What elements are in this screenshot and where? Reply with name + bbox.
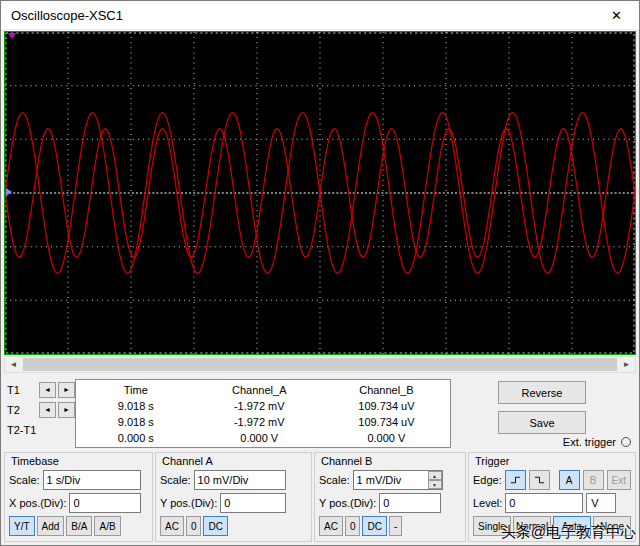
yt-mode-button[interactable]: Y/T: [9, 516, 35, 536]
timebase-xpos-input[interactable]: [69, 493, 141, 513]
left-arrow-icon: ◄: [44, 406, 51, 413]
channel-a-ypos-input[interactable]: [220, 493, 286, 513]
cursor-controls: T1 ◄ ► T2 ◄ ► T2-T1: [7, 379, 75, 448]
timebase-scale-label: Scale:: [9, 474, 40, 486]
channel-a-panel: Channel A Scale: Y pos.(Div): AC 0 DC: [155, 452, 312, 542]
spin-up-icon[interactable]: ▲: [428, 471, 442, 480]
right-arrow-icon: ►: [623, 360, 631, 369]
trigger-source-ext-button[interactable]: Ext: [607, 470, 631, 490]
channel-a-scale-label: Scale:: [160, 474, 191, 486]
scope-display: [4, 31, 636, 355]
diff-channel-b-value: 0.000 V: [323, 432, 450, 444]
timebase-xpos-label: X pos.(Div):: [9, 497, 66, 509]
channel-b-panel: Channel B Scale: ▲ ▼ Y pos.(Div): AC 0 D…: [314, 452, 466, 542]
scroll-right-button[interactable]: ►: [618, 357, 635, 372]
channel-a-title: Channel A: [162, 455, 307, 467]
trigger-edge-label: Edge:: [473, 474, 502, 486]
rising-edge-icon: [510, 474, 521, 486]
t1-time-value: 9.018 s: [76, 400, 196, 412]
spin-down-icon[interactable]: ▼: [428, 480, 442, 489]
timebase-panel: Timebase Scale: X pos.(Div): Y/T Add B/A…: [4, 452, 153, 542]
window-title: Oscilloscope-XSC1: [11, 8, 123, 23]
measurement-panel: T1 ◄ ► T2 ◄ ► T2-T1 Time Channel_A Chann…: [1, 374, 639, 450]
falling-edge-button[interactable]: [529, 470, 550, 490]
cursor-t2-row: T2 ◄ ►: [7, 401, 75, 418]
channel-b-scale-spinbox: ▲ ▼: [353, 470, 443, 490]
trigger-source-b-button[interactable]: B: [583, 470, 604, 490]
readout-row-diff: 0.000 s 0.000 V 0.000 V: [76, 430, 450, 445]
rising-edge-button[interactable]: [505, 470, 526, 490]
cursor-t1-row: T1 ◄ ►: [7, 381, 75, 398]
channel-b-title: Channel B: [321, 455, 461, 467]
trigger-title: Trigger: [475, 455, 631, 467]
trigger-level-unit[interactable]: V: [586, 493, 616, 513]
ab-mode-button[interactable]: A/B: [94, 516, 120, 536]
channel-b-invert-button[interactable]: -: [389, 516, 402, 536]
titlebar: Oscilloscope-XSC1 ✕: [1, 1, 639, 29]
readout-header-row: Time Channel_A Channel_B: [76, 382, 450, 397]
readout-row-t1: 9.018 s -1.972 mV 109.734 uV: [76, 398, 450, 413]
channel-a-scale-input[interactable]: [194, 470, 286, 490]
t2-time-value: 9.018 s: [76, 416, 196, 428]
channel-b-scale-label: Scale:: [319, 474, 350, 486]
t1-channel-b-value: 109.734 uV: [323, 400, 450, 412]
timebase-scale-input[interactable]: [43, 470, 141, 490]
channel-b-scale-input[interactable]: [354, 471, 428, 489]
measurement-readout-table: Time Channel_A Channel_B 9.018 s -1.972 …: [75, 379, 451, 448]
horizontal-scrollbar[interactable]: ◄ ►: [4, 356, 636, 373]
t1-channel-a-value: -1.972 mV: [196, 400, 323, 412]
column-header-channel-b: Channel_B: [323, 384, 450, 396]
close-icon: ✕: [611, 8, 622, 23]
trigger-level-input[interactable]: [505, 493, 583, 513]
scrollbar-thumb[interactable]: [23, 358, 617, 371]
t1-label: T1: [7, 384, 37, 396]
ext-trigger-terminal-icon[interactable]: [621, 437, 631, 447]
t1-left-button[interactable]: ◄: [39, 382, 56, 398]
t2-right-button[interactable]: ►: [58, 402, 75, 418]
channel-b-scale-spinner: ▲ ▼: [428, 471, 442, 489]
channel-a-ac-button[interactable]: AC: [160, 516, 184, 536]
t2-t1-label: T2-T1: [7, 424, 37, 436]
ba-mode-button[interactable]: B/A: [66, 516, 92, 536]
trigger-level-label: Level:: [473, 497, 502, 509]
t2-label: T2: [7, 404, 37, 416]
reverse-button[interactable]: Reverse: [498, 381, 586, 404]
channel-a-ypos-label: Y pos.(Div):: [160, 497, 217, 509]
t1-right-button[interactable]: ►: [58, 382, 75, 398]
right-arrow-icon: ►: [63, 386, 70, 393]
left-arrow-icon: ◄: [44, 386, 51, 393]
channel-a-zero-button[interactable]: 0: [186, 516, 202, 536]
left-arrow-icon: ◄: [10, 360, 18, 369]
channel-a-dc-button[interactable]: DC: [203, 516, 227, 536]
ext-trigger: Ext. trigger: [563, 436, 631, 448]
channel-b-ypos-input[interactable]: [379, 493, 441, 513]
channel-b-ac-button[interactable]: AC: [319, 516, 343, 536]
right-arrow-icon: ►: [63, 406, 70, 413]
timebase-title: Timebase: [11, 455, 148, 467]
channel-b-ypos-label: Y pos.(Div):: [319, 497, 376, 509]
channel-position-marker[interactable]: [6, 188, 12, 196]
column-header-time: Time: [76, 384, 196, 396]
t2-left-button[interactable]: ◄: [39, 402, 56, 418]
scroll-left-button[interactable]: ◄: [5, 357, 22, 372]
t2-channel-b-value: 109.734 uV: [323, 416, 450, 428]
ext-trigger-label: Ext. trigger: [563, 436, 616, 448]
channel-b-dc-button[interactable]: DC: [362, 516, 386, 536]
diff-channel-a-value: 0.000 V: [196, 432, 323, 444]
save-button[interactable]: Save: [498, 411, 586, 434]
column-header-channel-a: Channel_A: [196, 384, 323, 396]
t2-channel-a-value: -1.972 mV: [196, 416, 323, 428]
diff-time-value: 0.000 s: [76, 432, 196, 444]
readout-row-t2: 9.018 s -1.972 mV 109.734 uV: [76, 414, 450, 429]
close-button[interactable]: ✕: [594, 2, 639, 29]
falling-edge-icon: [534, 474, 545, 486]
trigger-source-a-button[interactable]: A: [559, 470, 580, 490]
cursor-diff-row: T2-T1: [7, 421, 75, 438]
waveform-canvas: [5, 32, 635, 354]
channel-b-zero-button[interactable]: 0: [345, 516, 361, 536]
oscilloscope-window: Oscilloscope-XSC1 ✕ ◄ ► T1 ◄ ► T2 ◄: [0, 0, 640, 546]
watermark-text: 头条@电子教育中心: [501, 523, 636, 542]
readout-actions: Reverse Save Ext. trigger: [451, 379, 633, 448]
add-mode-button[interactable]: Add: [37, 516, 65, 536]
trigger-position-marker[interactable]: [8, 33, 16, 39]
